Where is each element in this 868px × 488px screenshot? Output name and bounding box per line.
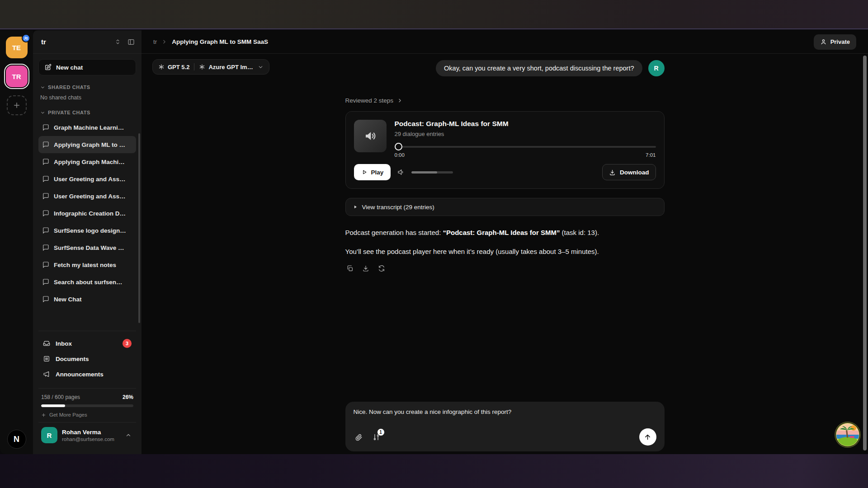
seek-handle[interactable] <box>395 143 402 150</box>
private-chats-section[interactable]: PRIVATE CHATS <box>40 110 134 115</box>
workspace-switcher-button[interactable] <box>113 37 123 47</box>
sidebar-toggle-button[interactable] <box>126 37 136 47</box>
copy-button[interactable] <box>345 264 354 273</box>
chat-item[interactable]: User Greeting and Ass… <box>38 188 136 205</box>
chat-item[interactable]: SurfSense logo design… <box>38 222 136 239</box>
main-panel: tr Applying Graph ML to SMM SaaS Private… <box>142 30 868 454</box>
time-row: 0:00 7:01 <box>395 152 656 158</box>
compose-icon <box>44 64 52 71</box>
get-more-pages-button[interactable]: Get More Pages <box>41 412 87 418</box>
chat-item[interactable]: Graph Machine Learni… <box>38 119 136 136</box>
usage-pages-label: 158 / 600 pages <box>41 394 80 400</box>
chat-item[interactable]: SurfSense Data Wave … <box>38 239 136 256</box>
tropical-island-icon <box>835 422 860 447</box>
people-icon <box>22 34 30 42</box>
chevron-right-icon <box>397 98 403 103</box>
user-menu[interactable]: R Rohan Verma rohan@surfsense.com <box>38 422 136 449</box>
chat-item[interactable]: User Greeting and Ass… <box>38 170 136 188</box>
chat-bubble-icon <box>42 192 49 200</box>
no-shared-chats-note: No shared chats <box>40 94 134 101</box>
main-scrollbar[interactable] <box>863 56 867 450</box>
usage-progress-fill <box>41 404 65 407</box>
composer[interactable]: Nice. Now can you create a nice infograp… <box>345 402 665 451</box>
privacy-button[interactable]: Private <box>814 34 856 50</box>
sidebar-scrollbar[interactable] <box>138 133 140 323</box>
usage-percent-label: 26% <box>123 394 133 400</box>
chat-item-label: SurfSense logo design… <box>54 227 126 234</box>
chat-bubble-icon <box>42 158 49 165</box>
triangle-right-icon <box>353 205 358 209</box>
model-selector[interactable]: GPT 5.2 Azure GPT Im… <box>152 59 269 75</box>
chat-area: GPT 5.2 Azure GPT Im… Okay, can you crea… <box>142 54 868 454</box>
attach-button[interactable] <box>354 432 364 442</box>
podcast-subtitle: 29 dialogue entries <box>395 131 656 137</box>
reviewed-steps-label: Reviewed 2 steps <box>345 97 394 104</box>
sidebar-item-announcements[interactable]: Announcements <box>40 366 134 382</box>
download-icon <box>609 169 616 176</box>
documents-icon <box>43 355 50 362</box>
play-button[interactable]: Play <box>354 164 391 180</box>
shared-chats-section[interactable]: SHARED CHATS <box>40 84 134 90</box>
documents-label: Documents <box>56 356 89 362</box>
download-icon <box>362 265 369 272</box>
chat-item-label: Applying Graph Machi… <box>54 159 125 165</box>
workspace-name: tr <box>41 38 109 46</box>
speaker-icon <box>363 129 377 143</box>
inbox-icon <box>43 340 50 347</box>
workspace-tr-label: TR <box>12 73 21 80</box>
download-label: Download <box>620 169 649 176</box>
chevron-up-down-icon <box>114 38 121 45</box>
avatar-initial: R <box>47 432 52 439</box>
assistant-message-1: Podcast generation has started: “Podcast… <box>345 228 665 238</box>
chat-item[interactable]: Infographic Creation D… <box>38 205 136 222</box>
chat-bubble-icon <box>42 261 49 268</box>
reviewed-steps-toggle[interactable]: Reviewed 2 steps <box>345 97 403 104</box>
model-primary[interactable]: GPT 5.2 <box>158 64 189 70</box>
tools-button[interactable]: 1 <box>371 432 382 442</box>
sidebar-item-inbox[interactable]: Inbox 3 <box>40 336 134 351</box>
chat-bubble-icon <box>42 210 49 217</box>
download-message-button[interactable] <box>361 264 370 273</box>
chat-item-active[interactable]: Applying Graph ML to … <box>38 136 136 153</box>
chat-item[interactable]: Fetch my latest notes <box>38 256 136 273</box>
user-name: Rohan Verma <box>62 429 121 436</box>
chat-item-label: New Chat <box>54 296 82 303</box>
chat-item[interactable]: Applying Graph Machi… <box>38 153 136 170</box>
download-button[interactable]: Download <box>602 164 656 180</box>
avatar: R <box>648 60 665 76</box>
app-window: TE TR N tr <box>0 30 868 454</box>
regenerate-button[interactable] <box>377 264 386 273</box>
send-button[interactable] <box>639 428 656 446</box>
sidebar: tr New chat SHARED CHATS No shared chats <box>33 30 142 454</box>
chat-item-label: User Greeting and Ass… <box>54 193 126 200</box>
nextjs-dev-indicator[interactable]: N <box>7 430 26 449</box>
composer-input[interactable]: Nice. Now can you create a nice infograp… <box>354 408 656 415</box>
chat-bubble-icon <box>42 296 49 303</box>
workspace-te-button[interactable]: TE <box>6 37 28 58</box>
volume-icon[interactable] <box>397 168 405 176</box>
chat-item-label: Graph Machine Learni… <box>54 124 124 131</box>
sidebar-item-documents[interactable]: Documents <box>40 351 134 366</box>
paperclip-icon <box>355 433 363 441</box>
chat-bubble-icon <box>42 244 49 251</box>
workspace-tr-button[interactable]: TR <box>6 66 28 87</box>
desktop-top-band <box>0 0 868 29</box>
openai-icon <box>199 64 205 70</box>
chat-item-label: User Greeting and Ass… <box>54 176 126 183</box>
message-text: (task id: 13). <box>560 229 599 236</box>
browser-extension-badge[interactable] <box>835 422 860 447</box>
current-time: 0:00 <box>395 152 405 158</box>
volume-slider[interactable] <box>411 171 453 174</box>
model-secondary[interactable]: Azure GPT Im… <box>199 64 253 70</box>
transcript-toggle[interactable]: View transcript (29 entries) <box>345 198 665 216</box>
new-chat-button[interactable]: New chat <box>38 59 136 75</box>
usage-progress-track <box>41 404 133 407</box>
chat-item[interactable]: Search about surfsen… <box>38 273 136 291</box>
add-workspace-button[interactable] <box>7 95 27 115</box>
chat-item[interactable]: New Chat <box>38 291 136 308</box>
breadcrumb-root[interactable]: tr <box>153 38 157 45</box>
seek-slider[interactable] <box>395 143 656 151</box>
seek-track <box>395 146 656 148</box>
podcast-player-card: Podcast: Graph-ML Ideas for SMM 29 dialo… <box>345 111 665 189</box>
plus-icon <box>13 101 21 109</box>
